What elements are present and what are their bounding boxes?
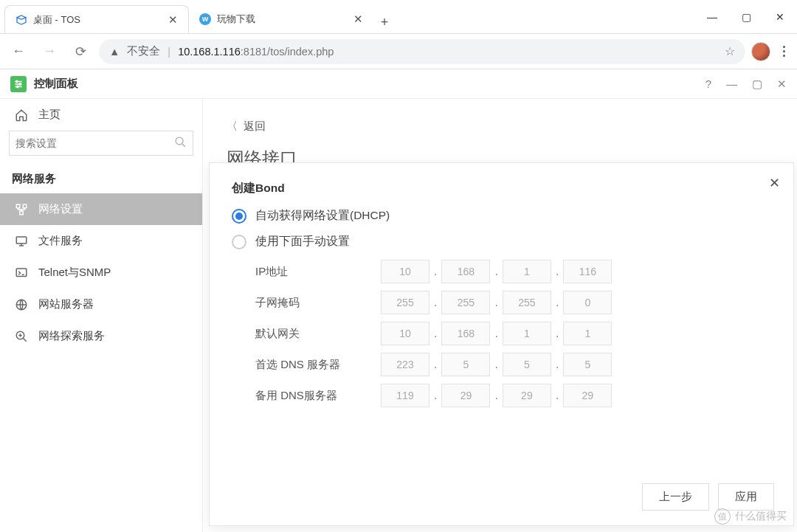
sidebar-item-label: 网络探索服务 xyxy=(38,329,105,343)
field-label-mask: 子网掩码 xyxy=(255,296,381,310)
field-label-dns1: 首选 DNS 服务器 xyxy=(255,358,381,372)
dns1-octet-2[interactable] xyxy=(441,353,490,376)
chevron-left-icon: 〈 xyxy=(227,120,238,134)
address-bar: ← → ⟳ ▲ 不安全 | 10.168.1.116:8181/tos/inde… xyxy=(0,34,797,69)
sidebar-group-label: 网络服务 xyxy=(0,162,202,193)
back-link[interactable]: 〈 返回 xyxy=(227,120,773,134)
ip-octet-2[interactable] xyxy=(441,260,490,283)
app-body: 主页 网络服务 网络设置 文件服务 Telnet与SNMP 网站服务器 网络探索… xyxy=(0,99,797,532)
radio-selected-icon xyxy=(232,209,246,224)
network-icon xyxy=(15,203,30,216)
magnify-icon xyxy=(15,330,30,343)
sidebar-item-discovery[interactable]: 网络探索服务 xyxy=(0,320,202,352)
url-path: /tos/index.php xyxy=(267,46,334,58)
url-host: 10.168.1.116 xyxy=(178,46,241,58)
app-minimize-button[interactable]: — xyxy=(726,77,737,91)
app-bar: 控制面板 ? — ▢ ✕ xyxy=(0,69,797,99)
sidebar-item-web-server[interactable]: 网站服务器 xyxy=(0,289,202,320)
svg-rect-14 xyxy=(16,269,27,277)
sidebar-home[interactable]: 主页 xyxy=(0,99,202,131)
forward-icon[interactable]: → xyxy=(37,39,62,64)
content-area: 〈 返回 网络接口 创建Bond ✕ 自动获得网络设置(DHCP) 使用下面手动… xyxy=(203,99,797,532)
browser-tabs: 桌面 - TOS ✕ W 玩物下载 ✕ + xyxy=(0,0,695,33)
sidebar-item-label: 网络设置 xyxy=(38,202,83,216)
field-label-gateway: 默认网关 xyxy=(255,327,381,341)
svg-point-6 xyxy=(176,137,183,145)
watermark-text: 什么值得买 xyxy=(735,510,787,523)
menu-icon[interactable] xyxy=(776,46,791,57)
dns1-octet-1[interactable] xyxy=(381,353,429,376)
gw-octet-4[interactable] xyxy=(563,322,612,345)
modal-title: 创建Bond xyxy=(232,181,771,196)
dns2-octet-3[interactable] xyxy=(503,384,551,407)
svg-rect-10 xyxy=(20,211,24,215)
maximize-button[interactable]: ▢ xyxy=(729,0,763,34)
dns1-octet-3[interactable] xyxy=(503,353,551,376)
radio-dhcp[interactable]: 自动获得网络设置(DHCP) xyxy=(232,208,771,224)
sidebar-item-label: 网站服务器 xyxy=(38,297,94,311)
url-input[interactable]: ▲ 不安全 | 10.168.1.116:8181/tos/index.php … xyxy=(99,39,745,64)
browser-tab[interactable]: W 玩物下载 ✕ xyxy=(189,5,373,33)
ip-octet-3[interactable] xyxy=(503,260,551,283)
mask-octet-2[interactable] xyxy=(441,291,490,314)
tab-title: 桌面 - TOS xyxy=(33,13,80,27)
sidebar-item-telnet-snmp[interactable]: Telnet与SNMP xyxy=(0,257,202,289)
browser-titlebar: 桌面 - TOS ✕ W 玩物下载 ✕ + — ▢ ✕ xyxy=(0,0,797,34)
ip-octet-1[interactable] xyxy=(381,260,429,283)
minimize-button[interactable]: — xyxy=(695,0,729,34)
url-port: :8181 xyxy=(241,46,267,58)
new-tab-button[interactable]: + xyxy=(373,15,396,30)
sidebar-item-network-settings[interactable]: 网络设置 xyxy=(0,193,202,225)
dns2-octet-1[interactable] xyxy=(381,384,429,407)
app-icon: W xyxy=(199,13,211,25)
sidebar-item-file-service[interactable]: 文件服务 xyxy=(0,225,202,257)
app-maximize-button[interactable]: ▢ xyxy=(752,77,762,91)
watermark-icon: 值 xyxy=(714,508,731,525)
create-bond-modal: 创建Bond ✕ 自动获得网络设置(DHCP) 使用下面手动设置 IP地址 . … xyxy=(209,162,794,526)
svg-line-17 xyxy=(23,338,27,342)
reload-icon[interactable]: ⟳ xyxy=(68,39,93,64)
prev-button[interactable]: 上一步 xyxy=(642,483,709,511)
help-icon[interactable]: ? xyxy=(705,77,711,91)
dns1-octet-4[interactable] xyxy=(563,353,612,376)
svg-rect-8 xyxy=(16,204,20,208)
window-controls: — ▢ ✕ xyxy=(695,0,797,33)
search-input[interactable] xyxy=(15,137,174,149)
cube-icon xyxy=(15,14,27,26)
back-icon[interactable]: ← xyxy=(6,39,31,64)
gw-octet-1[interactable] xyxy=(381,322,429,345)
gw-octet-3[interactable] xyxy=(503,322,551,345)
manual-form: IP地址 . . . 子网掩码 . . . xyxy=(255,260,771,407)
sidebar-item-label: 主页 xyxy=(38,108,61,122)
browser-tab-active[interactable]: 桌面 - TOS ✕ xyxy=(4,5,189,33)
tab-title: 玩物下载 xyxy=(217,13,255,26)
ip-octet-4[interactable] xyxy=(563,260,612,283)
svg-line-7 xyxy=(182,143,185,146)
app-close-button[interactable]: ✕ xyxy=(777,77,787,91)
sidebar-search[interactable] xyxy=(9,131,193,156)
monitor-icon xyxy=(15,235,30,248)
globe-icon xyxy=(15,298,30,311)
close-icon[interactable]: ✕ xyxy=(168,13,178,27)
close-icon[interactable]: ✕ xyxy=(353,13,363,26)
dns2-octet-2[interactable] xyxy=(441,384,490,407)
close-button[interactable]: ✕ xyxy=(763,0,797,34)
field-label-ip: IP地址 xyxy=(255,265,381,279)
svg-point-4 xyxy=(19,83,21,84)
gw-octet-2[interactable] xyxy=(441,322,490,345)
mask-octet-3[interactable] xyxy=(503,291,551,314)
field-label-dns2: 备用 DNS服务器 xyxy=(255,389,381,403)
dns2-octet-4[interactable] xyxy=(563,384,612,407)
watermark: 值 什么值得买 xyxy=(714,508,787,525)
close-icon[interactable]: ✕ xyxy=(769,175,780,191)
mask-octet-4[interactable] xyxy=(563,291,612,314)
radio-manual[interactable]: 使用下面手动设置 xyxy=(232,234,771,249)
avatar[interactable] xyxy=(751,42,770,61)
mask-octet-1[interactable] xyxy=(381,291,429,314)
star-icon[interactable]: ☆ xyxy=(725,44,735,58)
svg-point-5 xyxy=(17,86,18,87)
svg-rect-9 xyxy=(23,204,27,208)
radio-label: 自动获得网络设置(DHCP) xyxy=(255,208,390,224)
svg-point-3 xyxy=(16,80,18,82)
apply-button[interactable]: 应用 xyxy=(718,483,774,511)
